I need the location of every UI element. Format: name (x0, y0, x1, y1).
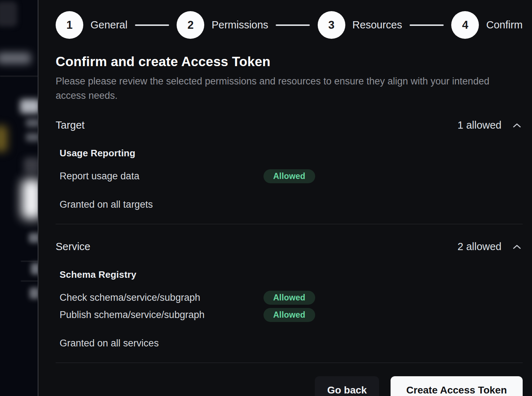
chevron-up-icon (513, 244, 521, 249)
blurred-divider (0, 76, 38, 77)
step-4-label: Confirm (486, 19, 523, 31)
target-section-summary: 1 allowed (457, 119, 523, 131)
step-3-number: 3 (328, 19, 334, 32)
step-2-label: Permissions (211, 19, 268, 31)
create-access-token-button[interactable]: Create Access Token (391, 376, 523, 396)
permission-row: Check schema/service/subgraph Allowed (60, 291, 523, 305)
wizard-stepper: 1 General 2 Permissions 3 Resources 4 Co… (56, 11, 523, 39)
step-1-label: General (90, 19, 127, 31)
status-badge: Allowed (263, 291, 315, 305)
step-confirm[interactable]: 4 Confirm (451, 11, 523, 39)
blurred-divider (21, 261, 38, 262)
page-title: Confirm and create Access Token (56, 54, 523, 69)
status-badge: Allowed (263, 308, 315, 322)
step-1-circle: 1 (56, 11, 83, 39)
blurred-logo (0, 1, 17, 27)
service-section-header: Service 2 allowed (56, 241, 523, 253)
blurred-text (29, 233, 38, 243)
permission-row: Publish schema/service/subgraph Allowed (60, 308, 523, 322)
step-2-number: 2 (187, 19, 193, 32)
service-granted-note: Granted on all services (60, 338, 523, 349)
step-general[interactable]: 1 General (56, 11, 127, 39)
blurred-heading (20, 99, 38, 114)
blurred-text (31, 263, 38, 275)
step-resources[interactable]: 3 Resources (318, 11, 402, 39)
permission-label: Check schema/service/subgraph (60, 292, 263, 303)
service-collapse-button[interactable] (511, 243, 523, 251)
target-permission-group: Usage Reporting Report usage data Allowe… (60, 148, 523, 183)
step-3-circle: 3 (318, 11, 345, 39)
blurred-accent-shape (0, 126, 7, 152)
go-back-button[interactable]: Go back (315, 376, 379, 396)
service-section-title: Service (56, 241, 90, 253)
blurred-card (22, 179, 38, 219)
target-granted-note: Granted on all targets (60, 199, 523, 210)
step-4-circle: 4 (451, 11, 479, 39)
service-permission-group: Schema Registry Check schema/service/sub… (60, 269, 523, 322)
footer-divider (56, 363, 523, 363)
step-4-number: 4 (462, 19, 468, 32)
service-allowed-count: 2 allowed (457, 241, 501, 253)
target-group-title: Usage Reporting (60, 148, 523, 159)
blurred-breadcrumb (0, 52, 31, 64)
status-badge: Allowed (263, 169, 315, 183)
service-section-summary: 2 allowed (457, 241, 523, 253)
step-connector (135, 24, 169, 26)
permission-row: Report usage data Allowed (60, 169, 523, 183)
step-3-label: Resources (353, 19, 402, 31)
permission-label: Publish schema/service/subgraph (60, 309, 263, 321)
target-section-header: Target 1 allowed (56, 119, 523, 131)
blurred-shape (24, 157, 38, 173)
step-permissions[interactable]: 2 Permissions (177, 11, 268, 39)
blurred-text (26, 119, 38, 127)
blurred-divider (21, 281, 38, 281)
step-connector (276, 24, 310, 26)
create-access-token-modal: 1 General 2 Permissions 3 Resources 4 Co… (38, 0, 532, 396)
modal-footer: Go back Create Access Token (56, 376, 523, 396)
service-group-title: Schema Registry (60, 269, 523, 280)
target-allowed-count: 1 allowed (457, 119, 501, 131)
page-description: Please please review the selected permis… (56, 74, 495, 103)
background-page (0, 0, 38, 396)
target-collapse-button[interactable] (511, 121, 523, 129)
step-1-number: 1 (66, 19, 73, 32)
step-connector (410, 24, 444, 26)
target-section-title: Target (56, 119, 85, 131)
blurred-text (26, 133, 38, 142)
permission-label: Report usage data (60, 171, 263, 182)
blurred-text (29, 287, 38, 299)
step-2-circle: 2 (177, 11, 204, 39)
section-divider (56, 224, 523, 224)
chevron-up-icon (513, 123, 521, 128)
